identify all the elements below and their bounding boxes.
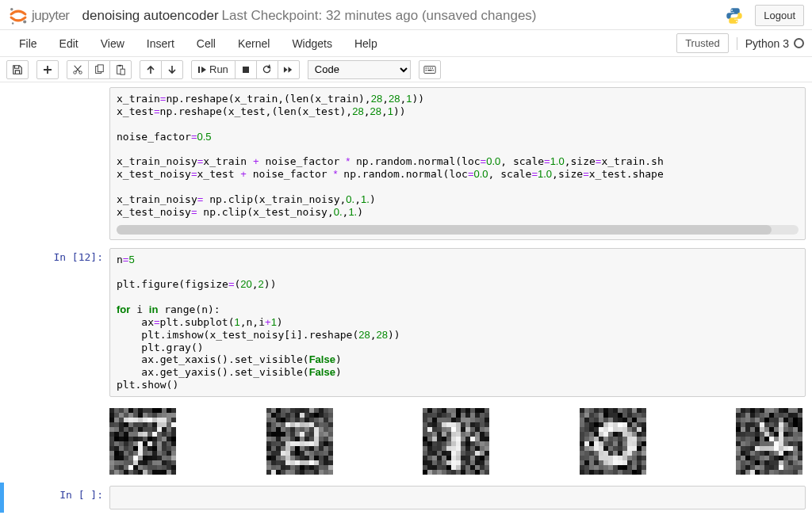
run-icon	[198, 66, 206, 74]
fast-forward-icon	[283, 66, 293, 74]
scissors-icon	[72, 64, 83, 75]
menu-file[interactable]: File	[8, 32, 48, 55]
kernel-status-idle-icon	[794, 38, 804, 48]
cell-input[interactable]	[109, 486, 806, 509]
menubar: File Edit View Insert Cell Kernel Widget…	[0, 30, 812, 57]
plus-icon	[43, 65, 52, 74]
code[interactable]	[117, 491, 799, 504]
restart-run-button[interactable]	[278, 60, 300, 79]
kernel-name: Python 3	[745, 37, 789, 50]
header: jupyter denoising autoencoder Last Check…	[0, 0, 812, 30]
trusted-indicator[interactable]: Trusted	[676, 33, 729, 53]
jupyter-logo-text: jupyter	[32, 8, 70, 24]
code-cell[interactable]: In [12]: n=5 plt.figure(figsize=(20,2)) …	[0, 245, 812, 400]
svg-rect-15	[426, 67, 427, 68]
save-button[interactable]	[6, 60, 29, 79]
svg-rect-8	[98, 64, 103, 71]
noisy-digit-image	[736, 408, 802, 475]
horizontal-scrollbar[interactable]	[117, 225, 799, 235]
checkpoint-status: Last Checkpoint: 32 minutes ago (unsaved…	[222, 8, 537, 24]
svg-rect-21	[432, 70, 433, 71]
code[interactable]: n=5 plt.figure(figsize=(20,2)) for i in …	[117, 254, 799, 391]
cut-button[interactable]	[67, 60, 89, 79]
interrupt-button[interactable]	[235, 60, 257, 79]
jupyter-logo[interactable]: jupyter	[8, 6, 70, 26]
svg-rect-12	[198, 67, 200, 73]
command-palette-button[interactable]	[419, 60, 441, 79]
run-button[interactable]: Run	[191, 60, 236, 79]
noisy-digit-image	[580, 408, 646, 475]
menu-insert[interactable]: Insert	[136, 32, 186, 55]
menu-widgets[interactable]: Widgets	[281, 32, 343, 55]
svg-rect-10	[118, 64, 121, 66]
menu-edit[interactable]: Edit	[48, 32, 90, 55]
move-down-button[interactable]	[161, 60, 183, 79]
svg-rect-18	[432, 67, 433, 68]
noisy-digit-image	[109, 408, 176, 475]
notebook-area[interactable]: x_train=np.reshape(x_train,(len(x_train)…	[0, 82, 812, 519]
menu-view[interactable]: View	[90, 32, 136, 55]
restart-icon	[262, 64, 272, 74]
output-images	[109, 408, 806, 475]
svg-point-0	[10, 8, 13, 10]
menu-help[interactable]: Help	[343, 32, 389, 55]
svg-rect-13	[243, 67, 249, 73]
cell-prompt	[6, 87, 109, 240]
paste-icon	[115, 64, 126, 75]
cell-prompt: In [12]:	[6, 248, 109, 397]
move-up-button[interactable]	[140, 60, 162, 79]
code-cell[interactable]: In [ ]:	[0, 483, 812, 513]
restart-button[interactable]	[256, 60, 278, 79]
svg-rect-17	[430, 67, 431, 68]
cell-input[interactable]: n=5 plt.figure(figsize=(20,2)) for i in …	[109, 248, 806, 397]
copy-button[interactable]	[88, 60, 110, 79]
svg-rect-16	[427, 67, 428, 68]
noisy-digit-image	[423, 408, 489, 475]
svg-rect-20	[427, 70, 431, 71]
menu-cell[interactable]: Cell	[186, 32, 227, 55]
stop-icon	[242, 66, 250, 74]
paste-button[interactable]	[109, 60, 132, 79]
toolbar: Run Code	[0, 57, 812, 82]
logout-button[interactable]: Logout	[755, 5, 804, 26]
python-icon	[725, 6, 744, 25]
noisy-digit-image	[266, 408, 333, 475]
save-icon	[12, 64, 23, 75]
cell-input[interactable]: x_train=np.reshape(x_train,(len(x_train)…	[109, 87, 806, 240]
keyboard-icon	[423, 65, 436, 74]
svg-rect-19	[426, 70, 427, 71]
code-cell[interactable]: x_train=np.reshape(x_train,(len(x_train)…	[0, 84, 812, 243]
arrow-down-icon	[167, 65, 177, 74]
copy-icon	[94, 64, 105, 75]
svg-point-4	[736, 21, 737, 22]
celltype-select[interactable]: Code	[308, 60, 411, 79]
menu-kernel[interactable]: Kernel	[227, 32, 281, 55]
cell-prompt: In [ ]:	[6, 486, 109, 509]
insert-cell-button[interactable]	[36, 60, 59, 79]
svg-rect-11	[121, 69, 124, 74]
jupyter-orbit-icon	[8, 6, 29, 26]
arrow-up-icon	[146, 65, 155, 74]
kernel-indicator[interactable]: Python 3	[737, 37, 804, 50]
svg-point-2	[12, 22, 13, 24]
output-cell	[0, 402, 812, 481]
notebook-name[interactable]: denoising autoencoder	[82, 8, 219, 24]
svg-point-3	[731, 9, 733, 10]
output-area	[109, 405, 806, 478]
svg-point-1	[23, 20, 26, 23]
code[interactable]: x_train=np.reshape(x_train,(len(x_train)…	[117, 93, 799, 219]
